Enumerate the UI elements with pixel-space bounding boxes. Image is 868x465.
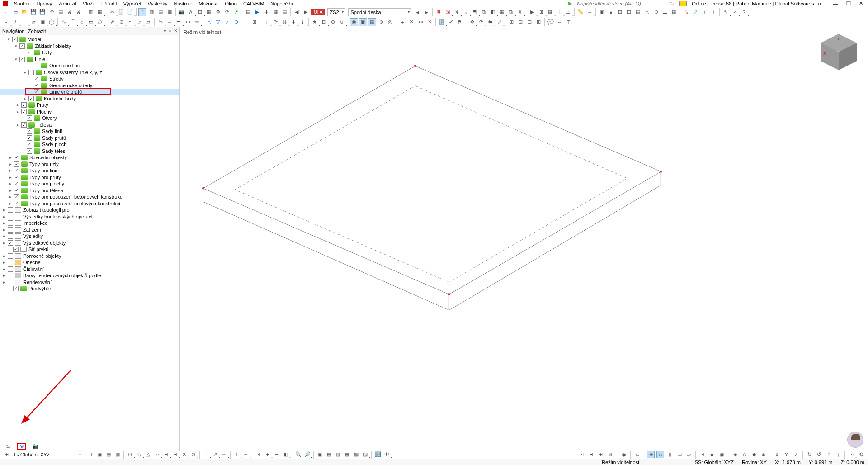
checkbox[interactable]: ✓ — [34, 89, 39, 95]
tree-item-sadyteles[interactable]: ✓Sady těles — [0, 148, 179, 155]
divide-icon[interactable]: ÷ — [398, 18, 406, 26]
expand-icon[interactable]: ▸ — [2, 241, 7, 245]
expand-icon[interactable]: ▸ — [2, 267, 7, 271]
maximize-button[interactable]: ❐ — [843, 0, 854, 6]
sb-persp-icon[interactable]: ▱ — [633, 451, 641, 458]
sb-iso-v3-icon[interactable]: ◆ — [750, 451, 758, 458]
sb-dir1-icon[interactable]: ↑ — [202, 451, 210, 458]
contour-icon[interactable]: ▦ — [498, 8, 506, 16]
sb-4-icon[interactable]: ▥ — [113, 451, 121, 458]
sb-dir2-icon[interactable]: ↗ — [211, 451, 219, 458]
sb-wireframe-icon[interactable]: ⊡ — [698, 451, 706, 458]
save-icon[interactable]: 💾 — [29, 8, 38, 16]
checkbox[interactable]: ✓ — [8, 240, 13, 246]
sb-zoom1-icon[interactable]: 🔍 — [294, 451, 302, 458]
sb-obj2-icon[interactable]: ▤ — [325, 451, 333, 458]
menu-help[interactable]: Nápověda — [267, 1, 296, 6]
checkbox[interactable]: ✓ — [13, 286, 19, 291]
checkbox[interactable]: ✓ — [28, 96, 34, 101]
tree-item-linie[interactable]: ▾✓Linie — [0, 56, 179, 63]
tree-item-typocel[interactable]: ▸✓Typy pro posouzení ocelových konstrukc… — [0, 200, 179, 207]
sb-vis-icon[interactable]: 👁 — [383, 451, 391, 458]
filter-icon[interactable]: ⧉ — [480, 8, 488, 16]
checkbox[interactable]: ✓ — [27, 115, 32, 121]
rotate-obj-icon[interactable]: ⟳ — [477, 18, 485, 26]
sb-iso2-button[interactable]: ◇ — [656, 451, 664, 458]
sb-zoom2-icon[interactable]: 🔎 — [303, 451, 311, 458]
sb-rot-cw-icon[interactable]: ↻ — [806, 451, 813, 458]
sb-f-icon[interactable]: ◧ — [282, 451, 289, 458]
checkbox[interactable]: ✓ — [27, 142, 32, 147]
anim-icon[interactable]: ▶ — [528, 8, 536, 16]
show-icon[interactable]: ◎ — [386, 18, 394, 26]
revolve-icon[interactable]: ⊘ — [117, 18, 125, 26]
mesh-icon[interactable]: ▦ — [271, 8, 279, 16]
section-icon[interactable]: ⊡ — [625, 8, 633, 16]
cam-icon[interactable]: 📷 — [178, 8, 186, 16]
menu-calc[interactable]: Výpočet — [120, 1, 145, 6]
poly-icon[interactable]: ⬠ — [96, 18, 104, 26]
thickness-icon[interactable]: ▤ — [634, 8, 642, 16]
sb-rot-dn-icon[interactable]: ⤵ — [834, 451, 842, 458]
checkbox[interactable]: ✓ — [14, 168, 19, 173]
global-cs-icon[interactable]: ⊡ — [516, 18, 524, 26]
sb-y-view-icon[interactable]: Y — [783, 451, 790, 458]
scale-obj-icon[interactable]: ⤢ — [495, 18, 503, 26]
checkbox[interactable]: ✓ — [27, 148, 32, 154]
checkbox[interactable]: ✓ — [14, 161, 19, 167]
pointer-icon[interactable]: ↖ — [722, 8, 730, 16]
tree-item-typpruty[interactable]: ▸✓Typy pro pruty — [0, 174, 179, 181]
sb-snap8-icon[interactable]: ⊘ — [189, 451, 197, 458]
checkbox[interactable]: ✓ — [27, 128, 32, 134]
checkbox[interactable]: ✓ — [27, 50, 32, 55]
minimize-button[interactable]: — — [830, 1, 841, 6]
tree-item-predv[interactable]: ✓Předvýběr — [0, 285, 179, 292]
scale-icon[interactable]: ⇳ — [516, 8, 524, 16]
arrow-z-icon[interactable]: ↑ — [700, 8, 708, 16]
redo-icon[interactable]: ▤ — [57, 8, 65, 16]
assistant-avatar[interactable] — [847, 432, 863, 448]
arc-icon[interactable]: ⌒ — [69, 18, 77, 26]
rigid-icon[interactable]: ⊞ — [250, 18, 258, 26]
sb-fit-icon[interactable]: ⊡ — [848, 451, 855, 458]
tree-item-typbeton[interactable]: ▸✓Typy pro posouzení betonových konstruk… — [0, 194, 179, 200]
renumber-icon[interactable]: 🔢 — [438, 18, 446, 26]
checkbox[interactable] — [8, 253, 13, 259]
checkbox[interactable] — [8, 214, 13, 219]
paste-icon[interactable]: 📄 — [126, 8, 134, 16]
checkbox[interactable]: ✓ — [13, 247, 19, 252]
expand-icon[interactable]: ▾ — [14, 44, 19, 48]
tree-item-sadylinii[interactable]: ✓Sady linií — [0, 128, 179, 135]
sb-obj6-icon[interactable]: ▨ — [361, 451, 369, 458]
sb-snap1-icon[interactable]: ⊙ — [126, 451, 134, 458]
sb-a-icon[interactable]: ↕ — [233, 451, 241, 458]
sb-iso-v2-icon[interactable]: ◇ — [741, 451, 748, 458]
block-gen-icon[interactable]: ⊞ — [320, 18, 328, 26]
max-icon[interactable]: ⊤ — [555, 8, 563, 16]
visibility-mode-button[interactable]: ◉ — [350, 18, 358, 26]
member-hinge-icon[interactable]: ⊙ — [232, 18, 240, 26]
tree-item-bool[interactable]: ▸Výsledky booleovských operací — [0, 214, 179, 220]
expand-icon[interactable]: ▸ — [8, 162, 13, 166]
surf-support-icon[interactable]: ▿ — [223, 18, 231, 26]
dim-icon[interactable]: ↔ — [585, 8, 594, 16]
close-button[interactable]: ✕ — [856, 0, 866, 6]
sets-icon[interactable]: ▦ — [670, 8, 678, 16]
checkbox[interactable]: ✓ — [21, 122, 27, 128]
load-case-name-select[interactable]: Spodní deska — [348, 8, 411, 16]
checkbox[interactable] — [8, 273, 13, 278]
tree-item-linievne[interactable]: ✓Linie vně prutů — [0, 89, 179, 95]
checkbox[interactable]: ✓ — [14, 201, 19, 206]
tree-item-zatiz[interactable]: ▸Zatížení — [0, 227, 179, 233]
tree-item-stredy[interactable]: ✓Středy — [0, 76, 179, 82]
sb-rot-up-icon[interactable]: ⤴ — [825, 451, 832, 458]
cuts-icon[interactable]: ⧉ — [507, 8, 515, 16]
expand-icon[interactable]: ▸ — [8, 168, 13, 173]
sb-snap2-icon[interactable]: ◇ — [135, 451, 143, 458]
tree-item-orient[interactable]: Orientace linií — [0, 62, 179, 69]
menu-file[interactable]: Soubor — [11, 1, 33, 6]
merge-icon[interactable]: ⊕ — [329, 18, 337, 26]
support-icon[interactable]: △ — [643, 8, 651, 16]
line-support-icon[interactable]: ▽ — [214, 18, 222, 26]
checkbox[interactable] — [8, 280, 13, 285]
